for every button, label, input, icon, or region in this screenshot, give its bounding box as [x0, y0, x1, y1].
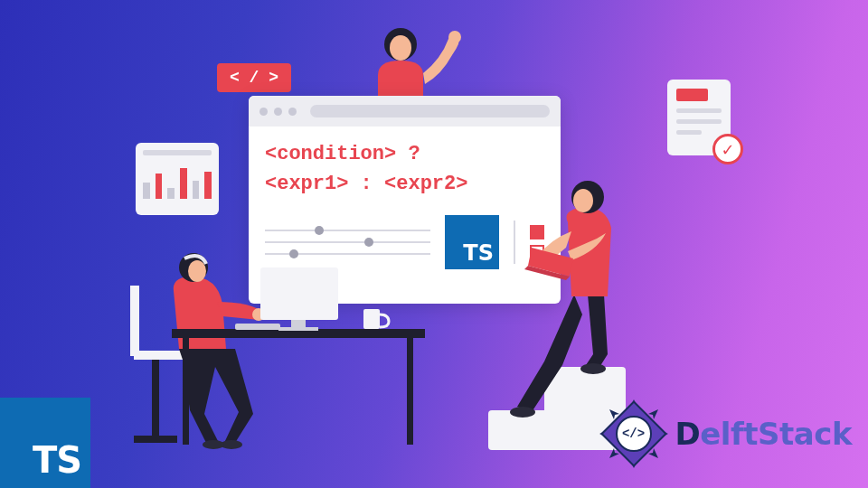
svg-point-21 — [580, 363, 606, 374]
brand-name: DelftStack — [675, 416, 852, 452]
svg-point-23 — [573, 189, 593, 212]
window-control-dot — [288, 108, 297, 116]
browser-toolbar — [249, 96, 561, 127]
svg-point-9 — [188, 260, 206, 282]
code-tag-badge: < / > — [217, 63, 291, 92]
person-waving — [351, 23, 468, 104]
svg-rect-6 — [134, 436, 177, 443]
window-control-dot — [274, 108, 282, 116]
window-control-dot — [259, 108, 268, 116]
svg-point-1 — [390, 35, 411, 61]
svg-rect-16 — [235, 324, 280, 330]
mini-chart-card — [136, 143, 219, 215]
brand-glyph: </> — [616, 416, 652, 452]
brand-ornament-icon: </> — [598, 398, 670, 470]
typescript-logo-corner: TS — [0, 398, 90, 488]
svg-rect-5 — [152, 360, 159, 441]
svg-rect-12 — [407, 338, 413, 445]
svg-rect-17 — [363, 309, 380, 329]
svg-rect-3 — [134, 351, 188, 360]
svg-point-20 — [510, 407, 535, 418]
svg-rect-4 — [130, 286, 139, 356]
checkmark-icon: ✓ — [712, 134, 743, 164]
svg-point-19 — [203, 440, 224, 449]
person-at-desk — [118, 251, 443, 450]
svg-rect-15 — [278, 327, 318, 331]
svg-rect-11 — [183, 338, 189, 445]
svg-rect-13 — [260, 267, 338, 320]
url-bar — [310, 105, 550, 117]
delftstack-brand: </> DelftStack — [598, 398, 852, 470]
svg-point-2 — [448, 31, 461, 43]
document-card: ✓ — [667, 80, 731, 155]
